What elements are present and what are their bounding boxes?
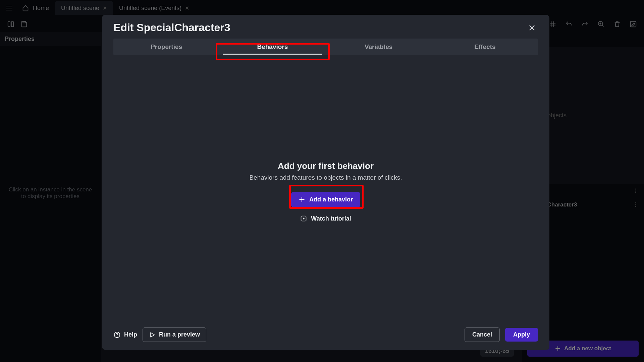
dialog-close-button[interactable] [526,22,538,34]
preview-label: Run a preview [159,331,200,338]
run-preview-button[interactable]: Run a preview [143,327,206,342]
apply-button[interactable]: Apply [505,328,538,342]
plus-icon [299,196,305,203]
tab-properties[interactable]: Properties [113,39,219,55]
tab-label: Behaviors [257,43,288,50]
play-icon [300,215,307,222]
tab-effects[interactable]: Effects [432,39,538,55]
cancel-button[interactable]: Cancel [465,327,500,342]
play-icon [149,331,156,338]
cancel-label: Cancel [472,331,492,338]
watch-tutorial-button[interactable]: Watch tutorial [300,215,351,222]
tab-variables[interactable]: Variables [326,39,432,55]
help-label: Help [124,331,137,338]
tab-label: Variables [365,43,392,50]
empty-state-title: Add your first behavior [278,161,374,171]
tab-behaviors[interactable]: Behaviors [219,39,325,55]
close-icon [528,24,536,32]
dialog-title: Edit SpecialCharacter3 [113,21,230,34]
add-behavior-button[interactable]: Add a behavior [291,192,360,207]
apply-label: Apply [513,331,530,338]
help-icon [113,331,121,339]
add-behavior-label: Add a behavior [309,196,353,203]
empty-state-subtitle: Behaviors add features to objects in a m… [249,174,402,181]
tab-label: Effects [474,43,495,50]
help-button[interactable]: Help [113,331,137,339]
tab-label: Properties [151,43,182,50]
dialog-tabs: Properties Behaviors Variables Effects [113,39,538,55]
edit-object-dialog: Edit SpecialCharacter3 Properties Behavi… [102,15,549,350]
tutorial-label: Watch tutorial [311,215,351,222]
